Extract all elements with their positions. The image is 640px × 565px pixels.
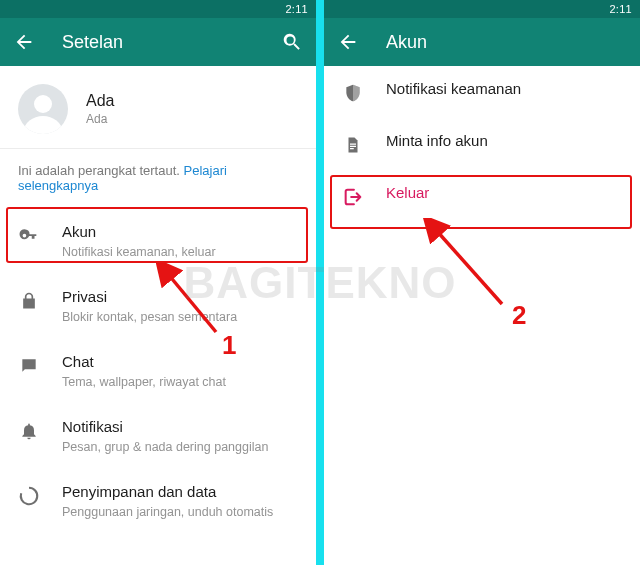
settings-item-privacy[interactable]: Privasi Blokir kontak, pesan sementara xyxy=(0,274,316,339)
account-item-security-notifications[interactable]: Notifikasi keamanan xyxy=(324,66,640,118)
profile-name: Ada xyxy=(86,92,114,110)
profile-sub: Ada xyxy=(86,112,114,126)
lock-icon xyxy=(18,290,40,312)
settings-item-account[interactable]: Akun Notifikasi keamanan, keluar xyxy=(0,209,316,274)
appbar-title: Akun xyxy=(386,32,628,53)
search-icon[interactable] xyxy=(280,30,304,54)
avatar xyxy=(18,84,68,134)
screen-settings: 2:11 Setelan Ada Ada Ini adalah perangka… xyxy=(0,0,316,565)
screens-divider xyxy=(316,0,324,565)
status-bar: 2:11 xyxy=(0,0,316,18)
appbar-title: Setelan xyxy=(62,32,254,53)
shield-icon xyxy=(342,82,364,104)
bell-icon xyxy=(18,420,40,442)
back-icon[interactable] xyxy=(12,30,36,54)
profile-row[interactable]: Ada Ada xyxy=(0,66,316,148)
appbar: Akun xyxy=(324,18,640,66)
clock: 2:11 xyxy=(609,3,632,15)
settings-item-storage[interactable]: Penyimpanan dan data Penggunaan jaringan… xyxy=(0,469,316,534)
linked-device-note: Ini adalah perangkat tertaut. Pelajari s… xyxy=(0,149,316,209)
document-icon xyxy=(342,134,364,156)
account-item-request-info[interactable]: Minta info akun xyxy=(324,118,640,170)
logout-icon xyxy=(342,186,364,208)
account-item-logout[interactable]: Keluar xyxy=(324,170,640,222)
data-usage-icon xyxy=(18,485,40,507)
settings-item-notifications[interactable]: Notifikasi Pesan, grup & nada dering pan… xyxy=(0,404,316,469)
appbar: Setelan xyxy=(0,18,316,66)
clock: 2:11 xyxy=(285,3,308,15)
settings-item-chat[interactable]: Chat Tema, wallpaper, riwayat chat xyxy=(0,339,316,404)
key-icon xyxy=(18,225,40,247)
screen-account: 2:11 Akun Notifikasi keamanan xyxy=(324,0,640,565)
status-bar: 2:11 xyxy=(324,0,640,18)
back-icon[interactable] xyxy=(336,30,360,54)
chat-icon xyxy=(18,355,40,377)
